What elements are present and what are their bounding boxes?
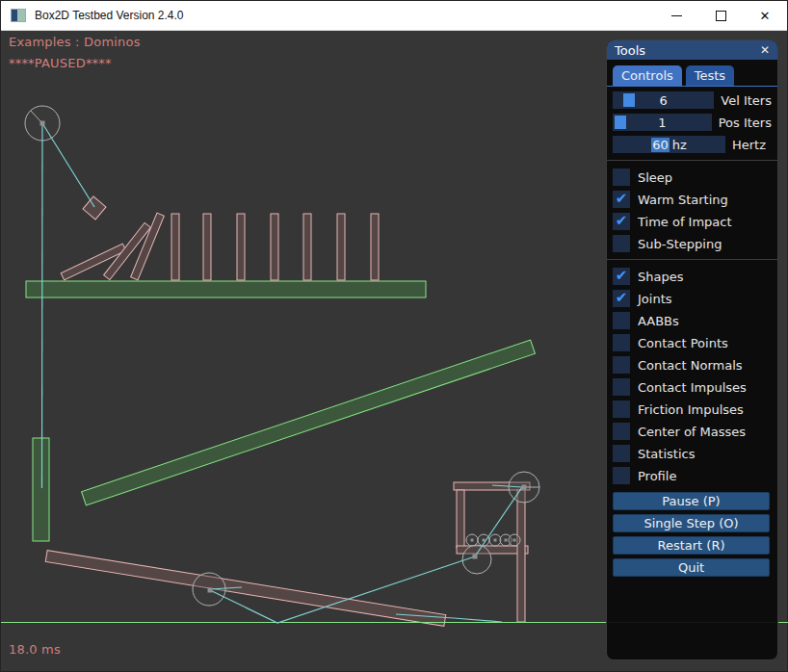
slider-row-vel-iters: 6Vel Iters — [613, 91, 772, 109]
slider-grab[interactable] — [623, 93, 635, 107]
slider-row-pos-iters: 1Pos Iters — [613, 114, 772, 131]
ball-anchor — [513, 539, 516, 542]
paused-label: ****PAUSED**** — [9, 56, 112, 70]
slider-value: 1 — [658, 116, 666, 130]
checkbox-label: Friction Impulses — [638, 402, 744, 417]
checkbox-row-time-of-impact: ✔Time of Impact — [613, 213, 772, 230]
checkbox-warm-starting[interactable]: ✔ — [613, 191, 630, 208]
checkbox-contact-points[interactable] — [613, 334, 630, 351]
slider-grab[interactable] — [615, 116, 626, 129]
checkbox-time-of-impact[interactable]: ✔ — [613, 213, 630, 230]
bottom-plank — [45, 551, 446, 627]
tools-panel-body: 6Vel Iters1Pos Iters60hzHertzSleep✔Warm … — [607, 87, 777, 577]
frame-time-label: 18.0 ms — [9, 642, 61, 657]
tools-panel-close-icon[interactable]: ✕ — [760, 44, 770, 56]
checkbox-row-contact-points: Contact Points — [613, 334, 772, 351]
maximize-icon — [716, 11, 726, 21]
standing-domino — [203, 214, 211, 280]
checkbox-label: Profile — [638, 469, 676, 483]
checkbox-row-warm-starting: ✔Warm Starting — [613, 191, 772, 208]
joint-line — [42, 123, 43, 488]
app-icon — [11, 9, 26, 22]
separator — [607, 160, 777, 161]
checkbox-row-contact-normals: Contact Normals — [613, 356, 772, 374]
checkbox-aabbs[interactable] — [613, 312, 630, 329]
frame-left-post — [457, 490, 464, 548]
checkbox-label: Contact Impulses — [638, 380, 747, 395]
hertz-row: 60hzHertz — [613, 136, 772, 153]
slider-label: Vel Iters — [721, 93, 772, 108]
standing-domino — [303, 214, 311, 280]
titlebar[interactable]: Box2D Testbed Version 2.4.0 ✕ — [1, 1, 787, 31]
checkbox-joints[interactable]: ✔ — [613, 290, 630, 307]
checkbox-label: Sleep — [638, 170, 672, 185]
button-restart-r[interactable]: Restart (R) — [613, 536, 770, 555]
joint-anchor — [473, 555, 478, 559]
checkbox-row-center-of-masses: Center of Masses — [613, 423, 772, 440]
tab-controls[interactable]: Controls — [613, 65, 682, 86]
hertz-input[interactable]: 60hz — [613, 136, 725, 153]
vel-iters-slider[interactable]: 6 — [613, 91, 714, 109]
standing-domino — [337, 214, 345, 280]
checkbox-statistics[interactable] — [613, 445, 630, 462]
top-platform — [26, 281, 426, 297]
checkbox-label: Statistics — [638, 447, 695, 461]
minimize-icon — [671, 15, 682, 16]
ball-anchor — [471, 539, 474, 542]
checkbox-label: AABBs — [638, 314, 679, 328]
checkbox-row-shapes: ✔Shapes — [613, 268, 772, 285]
standing-domino — [171, 214, 179, 280]
angled-ramp — [82, 340, 536, 505]
checkbox-contact-impulses[interactable] — [613, 378, 630, 396]
tools-panel-titlebar[interactable]: Tools ✕ — [607, 40, 777, 60]
separator — [607, 259, 777, 260]
checkbox-contact-normals[interactable] — [613, 356, 630, 374]
joint-line — [42, 123, 94, 207]
hertz-label: Hertz — [732, 138, 766, 152]
button-quit[interactable]: Quit — [613, 558, 770, 577]
button-pause-p[interactable]: Pause (P) — [613, 492, 770, 510]
checkbox-row-profile: Profile — [613, 467, 772, 484]
example-label: Examples : Dominos — [9, 35, 141, 49]
frame-right-post — [517, 490, 525, 622]
tools-panel: Tools ✕ ControlsTests 6Vel Iters1Pos Ite… — [606, 39, 778, 660]
checkbox-label: Time of Impact — [638, 215, 732, 229]
checkbox-label: Contact Normals — [638, 358, 743, 373]
checkbox-row-contact-impulses: Contact Impulses — [613, 378, 772, 396]
checkbox-shapes[interactable]: ✔ — [613, 268, 630, 285]
checkbox-row-sub-stepping: Sub-Stepping — [613, 235, 772, 252]
window-title: Box2D Testbed Version 2.4.0 — [35, 9, 184, 22]
standing-domino — [271, 214, 278, 280]
slider-value: 6 — [660, 93, 668, 108]
checkmark-icon: ✔ — [616, 192, 628, 206]
checkbox-label: Joints — [638, 292, 672, 306]
checkmark-icon: ✔ — [616, 291, 628, 305]
checkbox-center-of-masses[interactable] — [613, 423, 630, 440]
tumbling-block — [83, 196, 106, 220]
checkbox-row-friction-impulses: Friction Impulses — [613, 401, 772, 418]
checkbox-label: Center of Masses — [638, 425, 746, 439]
tab-bar: ControlsTests — [607, 60, 777, 87]
close-button[interactable]: ✕ — [743, 1, 787, 30]
checkbox-profile[interactable] — [613, 467, 630, 484]
ball-anchor — [505, 539, 508, 542]
joint-anchor — [40, 121, 45, 126]
ball-anchor — [483, 539, 486, 542]
standing-domino — [237, 214, 245, 280]
tools-panel-title: Tools — [615, 43, 645, 58]
checkbox-label: Sub-Stepping — [638, 237, 722, 251]
checkbox-row-joints: ✔Joints — [613, 290, 772, 307]
checkbox-row-statistics: Statistics — [613, 445, 772, 462]
tab-tests[interactable]: Tests — [686, 65, 734, 86]
checkbox-friction-impulses[interactable] — [613, 401, 630, 418]
minimize-button[interactable] — [654, 1, 698, 30]
pos-iters-slider[interactable]: 1 — [613, 114, 712, 131]
standing-domino — [371, 214, 379, 280]
maximize-button[interactable] — [698, 1, 743, 30]
checkbox-row-sleep: Sleep — [613, 168, 772, 186]
checkmark-icon: ✔ — [616, 214, 628, 228]
checkbox-sub-stepping[interactable] — [613, 235, 630, 252]
slider-label: Pos Iters — [719, 116, 772, 130]
button-single-step-o[interactable]: Single Step (O) — [613, 514, 770, 532]
checkbox-sleep[interactable] — [613, 168, 630, 186]
